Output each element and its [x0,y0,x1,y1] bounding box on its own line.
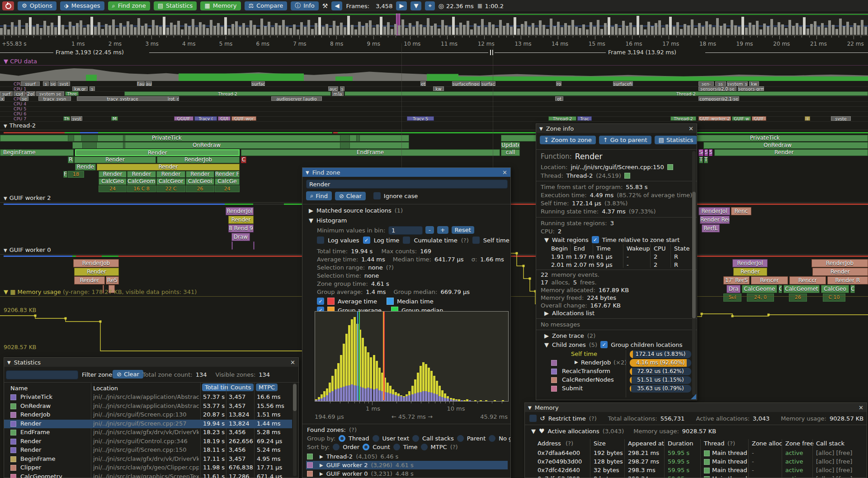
child-zone-row[interactable]: ▶RenderJob(×2)4.16 ms (92.60%) [536,359,697,367]
clear-button[interactable]: ⊘Clear [335,192,366,200]
col-mtpc[interactable]: MTPC [256,383,278,391]
found-zone-row[interactable]: ▶GUIF worker 0(3,231)4.48 s [306,469,508,478]
restrict-time-checkbox[interactable] [529,415,537,422]
table-row[interactable]: Renderjni/../jni/src/guif/Screen.cpp:257… [4,420,292,428]
table-row[interactable]: BeginFramejni/../jni/src/claw/gfx/drv/vk… [4,455,292,464]
found-zone-row[interactable]: ▶GUIF worker 2(3,296)4.61 s [306,461,508,469]
expand-icon[interactable]: ▶ [309,207,313,214]
expand-icon[interactable]: ▶ [544,310,549,317]
alloc-col-header[interactable]: Call stack [816,440,844,447]
col-name[interactable]: Name [10,385,28,392]
table-row[interactable]: Clipperjni/../jni/src/claw/gfx/geo/Clipp… [4,464,292,472]
alloc-col-header[interactable]: Address [538,440,561,447]
radio-count[interactable] [363,444,369,450]
radio-no-grouping[interactable] [489,435,495,442]
histogram-section[interactable]: Histogram [316,217,347,224]
alloc-col-header[interactable]: Zone alloc [752,440,783,447]
table-row[interactable]: 0x7dfc42d64032 bytes298.3 ms59.95 sMain … [525,466,867,475]
bin-reset-button[interactable]: Reset [452,226,474,234]
group-children-checkbox[interactable]: ✓ [600,341,608,348]
expand-icon[interactable]: ▶ [544,332,549,339]
chart-icon: ▤ [659,137,664,143]
child-zone-row[interactable]: RecalcTransform72.92 us (1.62%) [536,367,697,376]
table-row[interactable]: 0x7e049b3d00128 bytes298.27 ms59.95 sMai… [525,458,867,466]
col-counts[interactable]: Counts [228,383,254,391]
statistics-scrollbar[interactable] [293,383,297,476]
allocations-list-section[interactable]: Allocations list [552,310,594,317]
collapse-icon[interactable]: ▼ [306,170,309,175]
radio-time[interactable] [393,444,400,450]
collapse-icon[interactable]: ▼ [309,217,313,224]
table-row[interactable]: EndFramejni/../jni/src/claw/gfx/drv/vk/D… [4,428,292,437]
wait-regions-section[interactable]: Wait regions [552,237,589,243]
statistics-titlebar[interactable]: ▼ Statistics ✕ [4,358,298,367]
find-button[interactable]: ⌕Find [306,191,332,200]
radio-thread[interactable] [339,435,345,442]
filter-zones-input[interactable] [6,370,78,379]
zoom-to-zone-button[interactable]: ↧Zoom to zone [540,136,596,144]
radio-mtpc[interactable] [421,444,428,450]
active-allocations-section[interactable]: Active allocations [548,428,599,435]
collapse-icon[interactable]: ▼ [544,341,549,348]
alloc-col-header[interactable]: Zone free [785,440,814,447]
statistics-button[interactable]: ▤Statistics [655,136,697,144]
expand-icon[interactable]: ▶ [320,454,323,459]
radio-parent[interactable] [457,435,464,442]
table-row[interactable]: RenderJobjni/../jni/src/guif/Screen.cpp:… [4,411,292,419]
collapse-icon[interactable]: ▼ [7,360,11,365]
log-values-checkbox[interactable] [317,237,324,244]
bin-decrease-button[interactable]: - [425,226,434,234]
bin-increase-button[interactable]: + [437,226,448,234]
clear-filter-button[interactable]: ⊘Clear [113,370,143,379]
collapse-icon[interactable]: ▼ [539,126,543,131]
table-row[interactable]: OnRedrawjni/../jni/src/claw/application/… [4,402,292,411]
find-zone-search-input[interactable]: Render [306,180,508,189]
ignore-case-checkbox[interactable] [373,192,381,199]
found-zone-row[interactable]: ▶Thread-2(4,105)6.46 s [306,452,508,461]
memory-titlebar[interactable]: ▼ Memory ✕ [525,403,867,412]
alloc-col-header[interactable]: Thread [704,440,724,447]
matched-source-locations[interactable]: Matched source locations [316,207,392,214]
child-zone-row[interactable]: Submit35.63 us (0.79%) [536,384,697,393]
log-time-checkbox[interactable]: ✓ [363,237,370,244]
radio-user-text[interactable] [373,435,379,442]
table-row[interactable]: CalcGeometryjni/../jni/src/claw/graphics… [4,473,292,478]
self-time-checkbox[interactable] [472,237,480,244]
close-icon[interactable]: ✕ [689,125,693,132]
legend-checkbox[interactable]: ✓ [317,298,324,305]
table-row[interactable]: Renderjni/../jni/src/guif/Screen.cpp:150… [4,446,292,454]
min-values-input[interactable]: 1 [388,226,423,235]
alloc-col-header[interactable]: Duration [668,440,693,447]
table-row[interactable]: PrivateTickjni/../jni/src/claw/applicati… [4,393,292,402]
child-zones-section[interactable]: Child zones [552,341,586,348]
close-icon[interactable]: ✕ [290,359,295,366]
child-zone-row[interactable]: CalcRenderNodes51.51 us (1.15%) [536,376,697,384]
cumulate-time-checkbox[interactable] [403,237,410,244]
zone-info-scrollbar[interactable] [692,151,696,395]
alloc-col-header[interactable]: Size [594,440,606,447]
close-icon[interactable]: ✕ [502,169,507,176]
expand-icon[interactable]: ▶ [575,360,578,364]
expand-icon[interactable]: ▶ [320,471,323,476]
resize-grip[interactable] [691,394,696,399]
relative-time-checkbox[interactable]: ✓ [592,236,599,243]
zone-trace-section[interactable]: Zone trace [552,332,584,339]
alloc-col-header[interactable]: Appeared at [628,440,664,447]
find-zone-titlebar[interactable]: ▼ Find zone ✕ [302,168,510,177]
collapse-icon[interactable]: ▼ [528,405,532,410]
collapse-icon[interactable]: ▼ [544,237,549,243]
zone-info-titlebar[interactable]: ▼ Zone info ✕ [536,124,697,133]
find-zone-histogram[interactable] [315,311,509,402]
close-icon[interactable]: ✕ [859,404,863,411]
radio-call-stacks[interactable] [412,435,419,442]
radio-order[interactable] [333,444,340,450]
col-location[interactable]: Location [93,385,118,392]
child-zone-row[interactable]: Self time172.14 us (3.83%) [536,350,697,359]
table-row[interactable]: Renderjni/../jni/src/guif/Control.cpp:34… [4,437,292,446]
histogram-bar-time [485,400,487,401]
collapse-icon[interactable]: ▼ [531,428,536,435]
expand-icon[interactable]: ▶ [320,463,323,468]
table-row[interactable]: 0x7dfc53d8988 bytes298.34 ms59.95 sMain … [525,475,867,478]
table-row[interactable]: 0x7dfaa64e00192 bytes298.21 ms59.95 sMai… [525,449,867,458]
go-to-parent-button[interactable]: ↑Go to parent [599,136,651,144]
